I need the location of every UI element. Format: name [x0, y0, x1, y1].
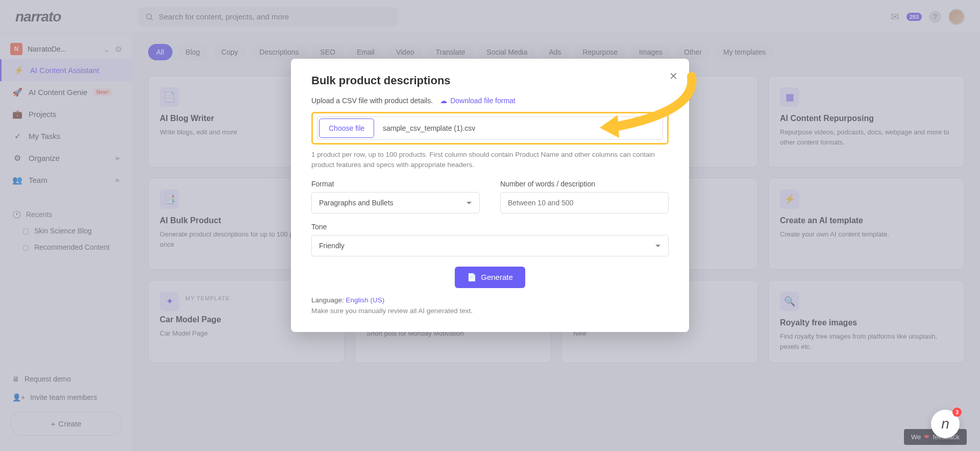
doc-icon: 📄	[467, 273, 477, 282]
generate-label: Generate	[481, 273, 513, 281]
generate-button[interactable]: 📄 Generate	[455, 267, 525, 288]
format-group: Format Paragraphs and Bullets	[311, 180, 480, 213]
form-row: Format Paragraphs and Bullets Number of …	[311, 180, 669, 213]
download-format-link[interactable]: ☁ Download file format	[440, 97, 516, 105]
cloud-download-icon: ☁	[440, 97, 447, 105]
file-name: sample_csv_template (1).csv	[376, 124, 482, 132]
file-highlight: Choose file sample_csv_template (1).csv	[311, 112, 669, 145]
download-text: Download file format	[450, 97, 516, 105]
bulk-product-modal: ✕ Bulk product descriptions Upload a CSV…	[291, 59, 689, 332]
helper-text: 1 product per row, up to 100 products. F…	[311, 150, 669, 171]
language-row: Language: English (US)	[311, 296, 669, 304]
upload-label: Upload a CSV file with product details.	[311, 97, 433, 105]
modal-title: Bulk product descriptions	[311, 74, 669, 87]
close-icon[interactable]: ✕	[669, 70, 678, 82]
tone-label: Tone	[311, 223, 669, 231]
words-label: Number of words / description	[500, 180, 669, 188]
language-label: Language:	[311, 296, 346, 304]
choose-file-button[interactable]: Choose file	[319, 118, 374, 138]
words-group: Number of words / description	[500, 180, 669, 213]
format-select[interactable]: Paragraphs and Bullets	[311, 192, 480, 213]
format-label: Format	[311, 180, 480, 188]
upload-row: Upload a CSV file with product details. …	[311, 97, 669, 105]
words-input[interactable]	[500, 192, 669, 213]
notification-count-badge: 3	[952, 408, 962, 417]
file-input-row: Choose file sample_csv_template (1).csv	[317, 116, 663, 140]
floating-logo[interactable]: n 3	[931, 410, 960, 438]
tone-select[interactable]: Friendly	[311, 235, 669, 256]
tone-group: Tone Friendly	[311, 223, 669, 256]
review-text: Make sure you manually review all AI gen…	[311, 307, 669, 315]
language-link[interactable]: English (US)	[346, 296, 385, 304]
